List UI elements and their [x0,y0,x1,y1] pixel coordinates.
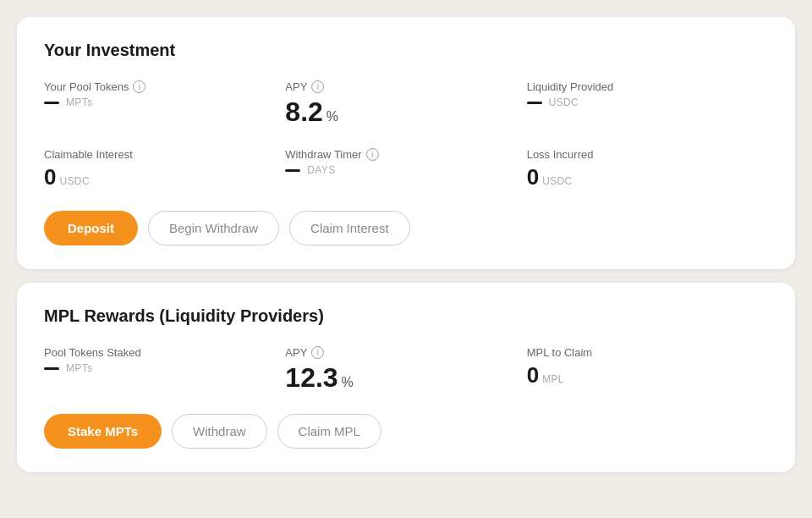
pool-tokens-label: Your Pool Tokens i [44,80,285,93]
rewards-card: MPL Rewards (Liquidity Providers) Pool T… [17,283,795,472]
pool-tokens-staked-value: MPTs [44,362,285,374]
loss-label: Loss Incurred [527,148,768,161]
withdraw-timer-info-icon[interactable]: i [366,148,379,161]
withdraw-timer-value: DAYS [285,164,526,176]
mpl-claim-unit: MPL [542,373,564,385]
apy-label: APY i [285,80,526,93]
apy-col: APY i 8.2 % [285,80,526,128]
begin-withdraw-button[interactable]: Begin Withdraw [148,211,279,245]
pool-tokens-staked-col: Pool Tokens Staked MPTs [44,346,285,394]
withdraw-timer-label: Withdraw Timer i [285,148,526,161]
loss-col: Loss Incurred 0 USDC [527,148,768,190]
pool-tokens-col: Your Pool Tokens i MPTs [44,80,285,128]
stake-mpts-button[interactable]: Stake MPTs [44,414,162,449]
apy-unit: % [326,109,339,124]
investment-metrics-top: Your Pool Tokens i MPTs APY i 8.2 % Liqu… [44,80,768,128]
rewards-apy-info-icon[interactable]: i [311,346,324,359]
mpl-claim-value: 0 MPL [527,362,768,388]
liquidity-label: Liquidity Provided [527,80,768,93]
investment-card: Your Investment Your Pool Tokens i MPTs … [17,17,795,269]
investment-title: Your Investment [44,41,768,60]
claimable-unit: USDC [59,175,89,187]
withdraw-button[interactable]: Withdraw [172,414,267,449]
deposit-button[interactable]: Deposit [44,211,138,245]
apy-info-icon[interactable]: i [311,80,324,93]
claim-interest-button[interactable]: Claim Interest [289,211,410,245]
pool-tokens-value: MPTs [44,96,285,108]
apy-value: 8.2 % [285,96,526,128]
liquidity-dash [527,102,542,104]
liquidity-unit: USDC [549,96,579,108]
pool-tokens-dash [44,102,59,104]
pool-tokens-staked-unit: MPTs [66,362,92,374]
rewards-title: MPL Rewards (Liquidity Providers) [44,306,768,326]
pool-tokens-staked-dash [44,367,59,370]
rewards-apy-col: APY i 12.3 % [285,346,526,394]
mpl-claim-label: MPL to Claim [527,346,768,359]
investment-buttons: Deposit Begin Withdraw Claim Interest [44,211,768,245]
claim-mpl-button[interactable]: Claim MPL [277,414,381,449]
withdraw-timer-col: Withdraw Timer i DAYS [285,148,526,190]
claimable-col: Claimable Interest 0 USDC [44,148,285,190]
claimable-label: Claimable Interest [44,148,285,161]
liquidity-col: Liquidity Provided USDC [527,80,768,128]
withdraw-timer-unit: DAYS [307,164,335,176]
rewards-apy-value: 12.3 % [285,362,526,394]
withdraw-timer-dash [285,169,300,172]
claimable-value: 0 USDC [44,164,285,190]
rewards-apy-unit: % [342,375,354,390]
loss-unit: USDC [542,175,572,187]
rewards-buttons: Stake MPTs Withdraw Claim MPL [44,414,768,449]
liquidity-value: USDC [527,96,768,108]
investment-metrics-bottom: Claimable Interest 0 USDC Withdraw Timer… [44,148,768,190]
loss-value: 0 USDC [527,164,768,190]
pool-tokens-staked-label: Pool Tokens Staked [44,346,285,359]
rewards-apy-label: APY i [285,346,526,359]
pool-tokens-unit: MPTs [66,96,92,108]
mpl-claim-col: MPL to Claim 0 MPL [527,346,768,394]
pool-tokens-info-icon[interactable]: i [133,80,145,93]
rewards-metrics: Pool Tokens Staked MPTs APY i 12.3 % MPL… [44,346,768,394]
